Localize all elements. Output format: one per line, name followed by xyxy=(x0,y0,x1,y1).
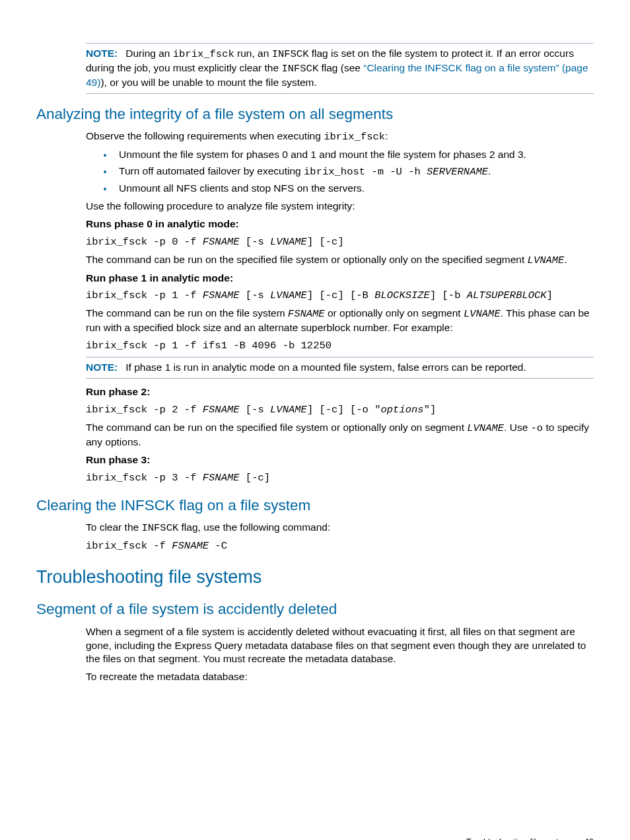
section-body: Observe the following requirements when … xyxy=(86,130,594,353)
list-item: Turn off automated failover by executing… xyxy=(114,165,594,179)
code: [-s xyxy=(240,289,271,301)
t: During an xyxy=(125,48,173,59)
footer-section: Troubleshooting file systems xyxy=(466,837,575,840)
code-italic: FSNAME xyxy=(203,236,240,248)
code: -o xyxy=(531,422,543,434)
list-item: Unmount all NFS clients and stop NFS on … xyxy=(114,182,594,196)
code-italic: FSNAME xyxy=(203,472,240,484)
t: The command can be run on the specified … xyxy=(86,422,467,433)
t: Observe the following requirements when … xyxy=(86,130,324,141)
t: Turn off automated failover by executing xyxy=(119,165,304,176)
list-item: Unmount the file system for phases 0 and… xyxy=(114,148,594,162)
t: The command can be run on the specified … xyxy=(86,254,528,265)
heading-segment-deleted: Segment of a file system is accidently d… xyxy=(36,599,594,619)
code-italic: LVNAME xyxy=(464,308,501,320)
code-italic: ALTSUPERBLOCK xyxy=(467,289,547,301)
code-italic: LVNAME xyxy=(467,422,504,434)
heading-troubleshooting: Troubleshooting file systems xyxy=(36,565,594,589)
phase-heading: Run phase 1 in analytic mode: xyxy=(86,272,594,286)
code-italic: options xyxy=(381,404,424,416)
paragraph: To recreate the metadata database: xyxy=(86,670,594,684)
code: ibrix_fsck -p 0 -f xyxy=(86,236,203,248)
page-footer: Troubleshooting file systems 49 xyxy=(36,836,594,840)
phase-heading: Run phase 2: xyxy=(86,385,594,399)
phase-heading: Run phase 3: xyxy=(86,453,594,467)
t: or optionally only on segment xyxy=(325,307,464,319)
t: flag, use the following command: xyxy=(178,521,330,533)
phase-heading: Runs phase 0 in analytic mode: xyxy=(86,217,594,231)
command-line: ibrix_fsck -p 3 -f FSNAME [-c] xyxy=(86,471,594,485)
code: [-s xyxy=(240,404,271,416)
code: ] [-b xyxy=(430,289,467,301)
code-italic: LVNAME xyxy=(270,236,307,248)
paragraph: The command can be run on the file syste… xyxy=(86,307,594,335)
code: ibrix_fsck -f xyxy=(86,540,172,552)
code: ibrix_fsck -p 2 -f xyxy=(86,404,203,416)
code-italic: LVNAME xyxy=(528,254,565,266)
code: ibrix_fsck -p 1 -f xyxy=(86,289,203,301)
command-line: ibrix_fsck -p 0 -f FSNAME [-s LVNAME] [-… xyxy=(86,235,594,249)
command-line: ibrix_fsck -p 1 -f FSNAME [-s LVNAME] [-… xyxy=(86,289,594,303)
code: INFSCK xyxy=(272,48,309,60)
code-italic: FSNAME xyxy=(172,540,209,552)
paragraph: To clear the INFSCK flag, use the follow… xyxy=(86,521,594,535)
section-body: To clear the INFSCK flag, use the follow… xyxy=(86,521,594,553)
paragraph: Observe the following requirements when … xyxy=(86,130,594,144)
command-line: ibrix_fsck -f FSNAME -C xyxy=(86,539,594,553)
code: INFSCK xyxy=(281,63,318,75)
t: . xyxy=(488,165,491,176)
code: [-c] xyxy=(240,472,271,484)
note-text: If phase 1 is run in analytic mode on a … xyxy=(125,362,526,373)
section-body: Run phase 2: ibrix_fsck -p 2 -f FSNAME [… xyxy=(86,385,594,485)
t: Unmount all NFS clients and stop NFS on … xyxy=(119,182,365,194)
page-content: NOTE:During an ibrix_fsck run, an INFSCK… xyxy=(0,0,630,840)
t: run, an xyxy=(234,48,272,59)
note-label: NOTE: xyxy=(86,362,118,373)
code-italic: SERVERNAME xyxy=(427,166,488,178)
t: flag (see xyxy=(318,62,363,73)
t: . Use xyxy=(504,422,530,433)
code: ] xyxy=(547,289,553,301)
section-body: When a segment of a file system is accid… xyxy=(86,625,594,685)
code: "] xyxy=(424,404,437,416)
code: ibrix_fsck xyxy=(173,48,234,60)
code-italic: LVNAME xyxy=(270,289,307,301)
heading-clear-infsck: Clearing the INFSCK flag on a file syste… xyxy=(36,496,594,515)
note-box-2: NOTE:If phase 1 is run in analytic mode … xyxy=(86,357,594,379)
code-italic: BLOCKSIZE xyxy=(374,289,430,301)
paragraph: The command can be run on the specified … xyxy=(86,421,594,449)
t: . xyxy=(564,254,567,265)
code: [-s xyxy=(240,236,271,248)
paragraph: The command can be run on the specified … xyxy=(86,253,594,268)
heading-analyze-integrity: Analyzing the integrity of a file system… xyxy=(36,104,594,124)
t: To clear the xyxy=(86,521,141,533)
note-box-1: NOTE:During an ibrix_fsck run, an INFSCK… xyxy=(86,43,594,94)
note-text: During an ibrix_fsck run, an INFSCK flag… xyxy=(86,48,588,88)
command-line: ibrix_fsck -p 2 -f FSNAME [-s LVNAME] [-… xyxy=(86,403,594,417)
code-italic: FSNAME xyxy=(203,404,240,416)
code-italic: LVNAME xyxy=(270,404,307,416)
paragraph: Use the following procedure to analyze f… xyxy=(86,200,594,213)
command-line: ibrix_fsck -p 1 -f ifs1 -B 4096 -b 12250 xyxy=(86,339,594,353)
code: ibrix_host -m -U -h xyxy=(304,166,427,178)
t: : xyxy=(385,130,388,141)
code: -C xyxy=(209,540,227,552)
code: ] [-c] [-B xyxy=(307,289,374,301)
code: ] [-c] xyxy=(307,236,344,248)
code: ibrix_fsck -p 3 -f xyxy=(86,472,203,484)
t: The command can be run on the file syste… xyxy=(86,307,288,319)
note-label: NOTE: xyxy=(86,48,118,59)
code-italic: FSNAME xyxy=(203,289,240,301)
paragraph: When a segment of a file system is accid… xyxy=(86,625,594,667)
code: ] [-c] [-o " xyxy=(307,404,381,416)
t: Unmount the file system for phases 0 and… xyxy=(119,149,526,160)
code-italic: FSNAME xyxy=(288,308,325,320)
footer-page-number: 49 xyxy=(584,837,594,840)
requirement-list: Unmount the file system for phases 0 and… xyxy=(86,148,594,196)
code: INFSCK xyxy=(141,522,178,534)
t: ), or you will be unable to mount the fi… xyxy=(100,77,316,88)
code: ibrix_fsck xyxy=(324,131,385,143)
